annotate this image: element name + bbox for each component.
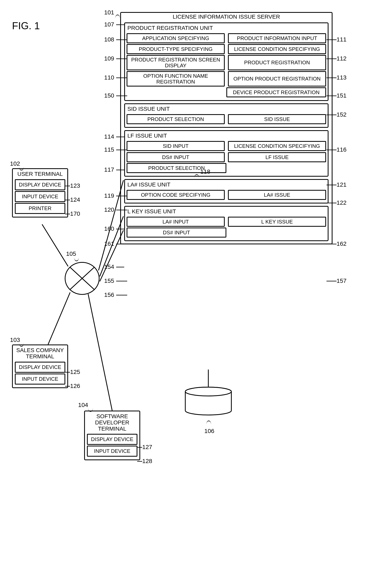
ref-116: 116: [336, 146, 347, 153]
ref-109: 109: [104, 55, 114, 62]
svg-point-4: [185, 387, 231, 396]
la-issue-unit-title: LA# ISSUE UNIT: [126, 181, 326, 189]
database-icon: [184, 387, 232, 417]
ref-113: 113: [336, 74, 347, 81]
ref-114: 114: [104, 133, 114, 140]
product-registration: PRODUCT REGISTRATION: [228, 55, 326, 70]
ref-123: 123: [70, 182, 80, 189]
user-printer: PRINTER: [15, 203, 65, 214]
option-function-name-registration: OPTION FUNCTION NAME REGISTRATION: [126, 71, 225, 86]
sales-company-terminal-title: SALES COMPANY TERMINAL: [15, 347, 65, 361]
la-issue: LA# ISSUE: [228, 190, 326, 200]
user-terminal: USER TERMINAL DISPLAY DEVICE INPUT DEVIC…: [12, 168, 68, 218]
sid-product-selection: PRODUCT SELECTION: [126, 114, 225, 124]
diagram-canvas: FIG. 1 LICENSE INFORMATION ISSUE SERVER …: [8, 8, 349, 509]
sales-input-device: INPUT DEVICE: [15, 373, 65, 385]
ref-121: 121: [336, 181, 347, 188]
ref-120: 120: [104, 206, 114, 213]
ref-106: 106: [204, 428, 214, 434]
ref-101: 101: [104, 9, 114, 16]
la-option-code-specifying: OPTION CODE SPECIFYING: [126, 190, 225, 200]
device-product-registration: DEVICE PRODUCT REGISTRATION: [226, 87, 326, 97]
ref-127: 127: [142, 444, 152, 450]
product-registration-unit: PRODUCT REGISTRATION UNIT APPLICATION SP…: [124, 22, 328, 101]
dev-display-device: DISPLAY DEVICE: [87, 434, 137, 445]
lf-issue-unit-title: LF ISSUE UNIT: [126, 132, 168, 140]
ref-117: 117: [104, 166, 114, 173]
ref-110: 110: [104, 74, 114, 81]
svg-line-9: [48, 292, 70, 345]
ref-162: 162: [336, 240, 347, 247]
lkey-issue-unit: L KEY ISSUE UNIT LA# INPUT L KEY ISSUE D…: [124, 206, 328, 241]
ref-111: 111: [336, 36, 347, 43]
svg-line-5: [42, 224, 68, 266]
sid-issue-unit-title: SID ISSUE UNIT: [126, 105, 326, 113]
lf-product-selection: PRODUCT SELECTION: [126, 163, 226, 173]
software-developer-terminal-title: SOFTWARE DEVELOPER TERMINAL: [87, 413, 137, 433]
user-input-device: INPUT DEVICE: [15, 191, 65, 202]
user-terminal-title: USER TERMINAL: [15, 171, 65, 179]
ref-151: 151: [336, 92, 347, 99]
network-node-icon: [64, 260, 100, 296]
ref-115: 115: [104, 146, 114, 153]
ref-155: 155: [104, 277, 114, 284]
lf-license-condition-specifying: LICENSE CONDITION SPECIFYING: [228, 141, 326, 151]
figure-title: FIG. 1: [12, 20, 40, 32]
ref-125: 125: [70, 369, 80, 375]
ref-154: 154: [104, 263, 114, 270]
sid-issue: SID ISSUE: [228, 114, 326, 124]
license-server-title: LICENSE INFORMATION ISSUE SERVER: [121, 13, 332, 21]
user-display-device: DISPLAY DEVICE: [15, 179, 65, 190]
ref-102: 102: [10, 160, 20, 167]
ref-103: 103: [10, 336, 20, 343]
lkey-issue-unit-title: L KEY ISSUE UNIT: [126, 208, 326, 216]
ref-108: 108: [104, 36, 114, 43]
ref-122: 122: [336, 199, 347, 206]
option-product-registration: OPTION PRODUCT REGISTRATION: [228, 71, 326, 86]
lkey-la-input: LA# INPUT: [126, 217, 225, 227]
ref-170: 170: [70, 210, 80, 217]
product-registration-unit-title: PRODUCT REGISTRATION UNIT: [126, 25, 326, 32]
application-specifying: APPLICATION SPECIFYING: [126, 33, 225, 43]
sales-display-device: DISPLAY DEVICE: [15, 362, 65, 373]
license-server-box: LICENSE INFORMATION ISSUE SERVER PRODUCT…: [120, 12, 333, 244]
dev-input-device: INPUT DEVICE: [87, 446, 137, 457]
ref-105: 105: [66, 250, 76, 257]
license-condition-specifying: LICENSE CONDITION SPECIFYING: [228, 44, 326, 54]
ref-104: 104: [78, 401, 88, 408]
ref-152: 152: [336, 111, 347, 118]
ref-150: 150: [104, 92, 114, 99]
server-db-connector: [208, 370, 209, 387]
ref-126: 126: [70, 383, 80, 389]
sid-issue-unit: SID ISSUE UNIT PRODUCT SELECTION SID ISS…: [124, 103, 328, 128]
ref-161: 161: [104, 240, 114, 247]
ref-157: 157: [336, 277, 347, 284]
lkey-issue: L KEY ISSUE: [228, 217, 326, 227]
lf-issue: LF ISSUE: [228, 152, 326, 162]
product-type-specifying: PRODUCT-TYPE SPECIFYING: [126, 44, 225, 54]
svg-line-8: [100, 230, 123, 281]
ref-107: 107: [104, 21, 114, 28]
lf-ds-input: DS# INPUT: [126, 152, 225, 162]
lkey-ds-input: DS# INPUT: [126, 228, 226, 237]
la-issue-unit: LA# ISSUE UNIT OPTION CODE SPECIFYING LA…: [124, 179, 328, 204]
ref-124: 124: [70, 196, 80, 203]
ref-160: 160: [104, 225, 114, 232]
ref-128: 128: [142, 458, 152, 464]
software-developer-terminal: SOFTWARE DEVELOPER TERMINAL DISPLAY DEVI…: [84, 411, 140, 460]
lf-issue-unit: LF ISSUE UNIT SID INPUT DS# INPUT LICENS…: [124, 130, 328, 177]
product-registration-screen-display: PRODUCT REGISTRATION SCREEN DISPLAY: [126, 55, 225, 70]
product-information-input: PRODUCT INFORMATION INPUT: [228, 33, 326, 43]
lf-sid-input: SID INPUT: [126, 141, 225, 151]
ref-156: 156: [104, 291, 114, 298]
ref-112: 112: [336, 55, 347, 62]
ref-118: 118: [200, 168, 210, 175]
sales-company-terminal: SALES COMPANY TERMINAL DISPLAY DEVICE IN…: [12, 345, 68, 388]
ref-119: 119: [104, 192, 114, 199]
svg-line-10: [88, 294, 112, 411]
